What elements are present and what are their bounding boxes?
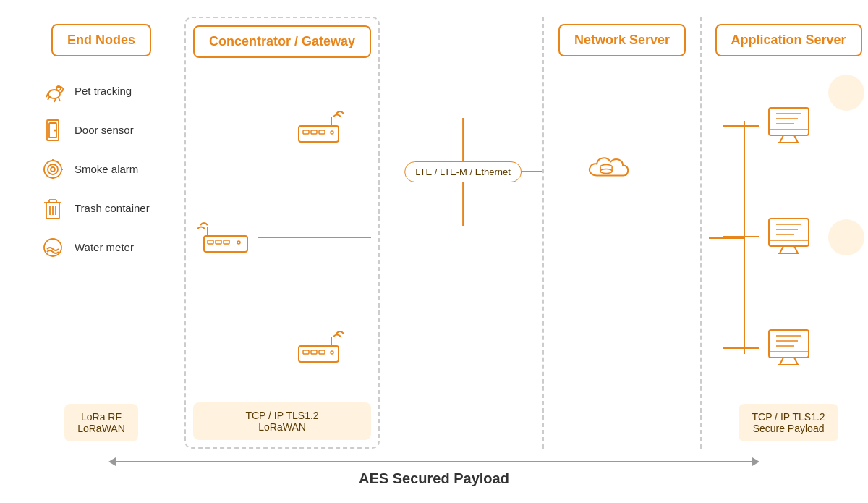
router-top-icon xyxy=(292,106,357,149)
pet-tracking-label: Pet tracking xyxy=(75,85,132,97)
monitor-middle-icon xyxy=(765,215,820,258)
door-sensor-label: Door sensor xyxy=(75,124,134,136)
svg-point-11 xyxy=(51,167,55,172)
arrow-right xyxy=(752,457,760,466)
water-icon xyxy=(40,234,66,261)
smoke-alarm-label: Smoke alarm xyxy=(75,163,138,175)
list-item: Water meter xyxy=(40,234,150,261)
monitor-bottom xyxy=(723,326,820,370)
diagram: End Nodes xyxy=(22,17,846,487)
svg-rect-28 xyxy=(311,130,317,134)
list-item: Door sensor xyxy=(40,117,150,143)
svg-line-66 xyxy=(794,358,798,365)
svg-point-36 xyxy=(237,241,240,244)
protocol-end-nodes-text: LoRa RFLoRaWAN xyxy=(77,411,125,434)
smoke-icon xyxy=(40,156,66,182)
bottom-bar: AES Secured Payload xyxy=(22,449,846,487)
aes-label: AES Secured Payload xyxy=(359,470,509,487)
header-network: Network Server xyxy=(558,24,686,56)
router-middle xyxy=(193,216,371,259)
lte-badge: LTE / LTE-M / Ethernet xyxy=(404,161,522,182)
svg-line-65 xyxy=(780,358,783,365)
svg-rect-35 xyxy=(224,240,229,244)
column-app: Application Server xyxy=(702,17,868,449)
protocol-app-text: TCP / IP TLS1.2Secure Payload xyxy=(752,411,825,434)
list-item: Pet tracking xyxy=(40,78,150,104)
monitor-top-icon xyxy=(765,104,820,148)
svg-line-58 xyxy=(794,246,798,253)
router-bottom-icon xyxy=(292,326,357,369)
end-nodes-list: Pet tracking Door sensor xyxy=(33,78,150,261)
trash-container-label: Trash container xyxy=(75,202,150,214)
svg-rect-39 xyxy=(303,350,309,354)
monitor-bottom-icon xyxy=(765,326,820,370)
list-item: Smoke alarm xyxy=(40,156,150,182)
svg-rect-56 xyxy=(769,219,809,246)
svg-rect-64 xyxy=(769,330,809,358)
arrow-left xyxy=(109,457,116,466)
protocol-gateway: TCP / IP TLS1.2LoRaWAN xyxy=(193,402,371,440)
column-network: Network Server xyxy=(542,17,702,449)
svg-point-8 xyxy=(54,129,56,131)
svg-line-50 xyxy=(794,135,798,143)
svg-line-5 xyxy=(59,98,60,101)
center-connector-area: LTE / LTE-M / Ethernet xyxy=(383,17,542,449)
column-end-nodes: End Nodes xyxy=(22,17,181,449)
header-app: Application Server xyxy=(715,24,862,56)
svg-rect-34 xyxy=(216,240,221,244)
router-middle-icon xyxy=(193,216,258,259)
protocol-end-nodes: LoRa RFLoRaWAN xyxy=(64,404,138,441)
header-end-nodes: End Nodes xyxy=(51,24,151,56)
router-top xyxy=(193,106,371,149)
svg-line-49 xyxy=(780,135,783,143)
svg-point-42 xyxy=(331,351,333,354)
cloud-icon-wrapper xyxy=(569,147,634,197)
svg-rect-33 xyxy=(208,240,213,244)
svg-point-9 xyxy=(44,161,61,178)
list-item: Trash container xyxy=(40,195,150,221)
trash-icon xyxy=(40,195,66,221)
svg-line-57 xyxy=(780,246,783,253)
svg-point-24 xyxy=(44,239,61,256)
protocol-gateway-text: TCP / IP TLS1.2LoRaWAN xyxy=(245,410,318,433)
svg-rect-27 xyxy=(303,130,309,134)
column-gateway: Concentrator / Gateway xyxy=(184,17,380,449)
monitor-top xyxy=(723,104,820,148)
pet-icon xyxy=(40,78,66,104)
water-meter-label: Water meter xyxy=(75,241,134,253)
header-gateway: Concentrator / Gateway xyxy=(193,25,371,58)
svg-rect-48 xyxy=(769,108,809,135)
door-icon xyxy=(40,117,66,143)
aes-arrow xyxy=(109,457,760,466)
cloud-icon xyxy=(569,147,634,194)
svg-rect-29 xyxy=(319,130,325,134)
protocol-app: TCP / IP TLS1.2Secure Payload xyxy=(739,404,838,441)
router-bottom xyxy=(193,326,371,369)
svg-rect-40 xyxy=(311,350,317,354)
svg-point-30 xyxy=(331,131,333,134)
svg-point-10 xyxy=(48,164,58,174)
svg-rect-41 xyxy=(319,350,325,354)
